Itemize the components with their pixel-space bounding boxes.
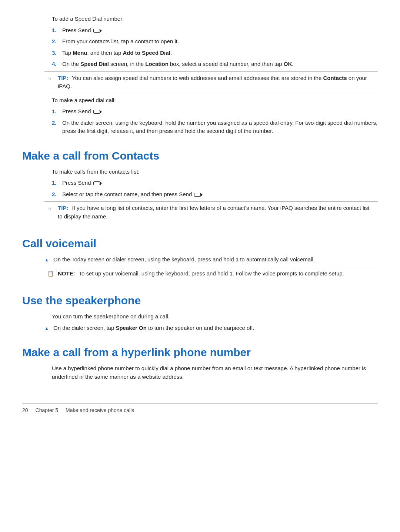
bullets-speakerphone: ▲ On the dialer screen, tap Speaker On t… (44, 324, 378, 332)
steps-speed-dial-call: 1. Press Send . 2. On the dialer screen,… (52, 107, 378, 135)
intro-speakerphone: You can turn the speakerphone on during … (52, 312, 378, 321)
section-heading-voicemail: Call voicemail (22, 235, 378, 252)
note-doc-icon: 📋 (47, 270, 56, 278)
intro-contacts: To make calls from the contacts list: (52, 168, 378, 176)
bullet-triangle-icon: ▲ (44, 257, 53, 263)
footer-chapter: Chapter 5 (36, 406, 58, 414)
intro-speed-dial: To add a Speed Dial number: (52, 15, 378, 23)
speed-step-2: 2. On the dialer screen, using the keybo… (52, 119, 378, 135)
intro-hyperlink: Use a hyperlinked phone number to quickl… (52, 364, 378, 381)
send-icon-4 (194, 193, 201, 197)
note-text-1: NOTE: To set up your voicemail, using th… (58, 270, 375, 278)
speed-step-1: 1. Press Send . (52, 107, 378, 116)
send-icon-3 (93, 181, 100, 185)
section-heading-hyperlink: Make a call from a hyperlink phone numbe… (22, 344, 378, 361)
steps-contacts: 1. Press Send . 2. Select or tap the con… (52, 179, 378, 198)
footer-bar: 20 Chapter 5 Make and receive phone call… (22, 403, 378, 414)
bullets-voicemail: ▲ On the Today screen or dialer screen, … (44, 255, 378, 264)
footer-chapter-title: Make and receive phone calls (66, 406, 134, 414)
tip-sun-icon-2: ☼ (47, 204, 56, 212)
step-4: 4. On the Speed Dial screen, in the Loca… (52, 60, 378, 68)
footer-page-num: 20 (22, 406, 28, 414)
tip-sun-icon: ☼ (47, 74, 56, 82)
send-icon (93, 29, 100, 33)
tip-box-2: ☼ TIP: If you have a long list of contac… (44, 201, 378, 223)
section-heading-speakerphone: Use the speakerphone (22, 292, 378, 309)
section-heading-contacts: Make a call from Contacts (22, 147, 378, 164)
bullet-triangle-icon-2: ▲ (44, 325, 53, 332)
note-box-1: 📋 NOTE: To set up your voicemail, using … (44, 267, 378, 281)
contacts-step-1: 1. Press Send . (52, 179, 378, 187)
tip-text-2: TIP: If you have a long list of contacts… (58, 204, 375, 221)
send-icon-2 (93, 110, 100, 114)
contacts-step-2: 2. Select or tap the contact name, and t… (52, 190, 378, 199)
intro-speed-dial-call: To make a speed dial call: (52, 96, 378, 105)
tip-box-1: ☼ TIP: You can also assign speed dial nu… (44, 71, 378, 93)
steps-add-speed-dial: 1. Press Send . 2. From your contacts li… (52, 26, 378, 68)
voicemail-bullet-1: ▲ On the Today screen or dialer screen, … (44, 255, 378, 264)
step-3: 3. Tap Menu, and then tap Add to Speed D… (52, 49, 378, 57)
step-1: 1. Press Send . (52, 26, 378, 35)
step-2: 2. From your contacts list, tap a contac… (52, 37, 378, 46)
speakerphone-bullet-1: ▲ On the dialer screen, tap Speaker On t… (44, 324, 378, 332)
tip-text-1: TIP: You can also assign speed dial numb… (58, 74, 375, 91)
